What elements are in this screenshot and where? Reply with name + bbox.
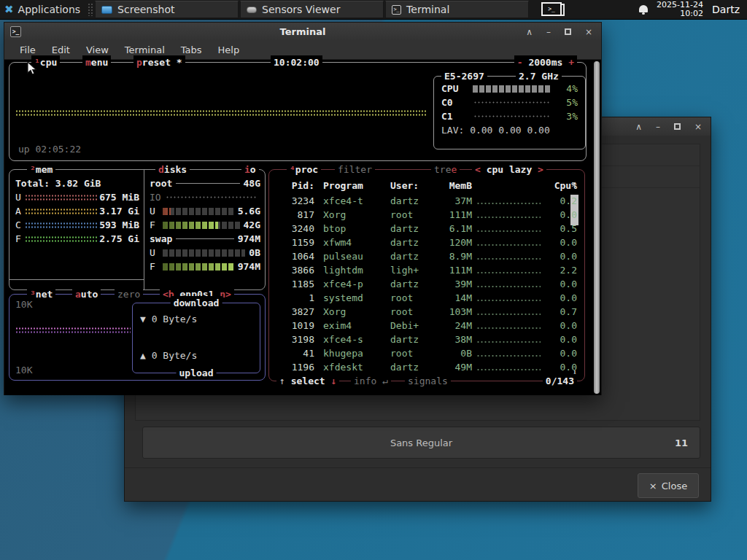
- process-row[interactable]: 3234xfce4-tdartz37M0.2: [269, 194, 584, 208]
- applications-label: Applications: [18, 4, 81, 15]
- mem-used-row: U 675 MiB: [15, 190, 139, 204]
- proc-cpu-graph: [476, 307, 541, 316]
- footer-info[interactable]: info ↵: [351, 374, 391, 388]
- btop-proc-box: ⁴proc filter tree < cpu lazy > Pid: Prog…: [268, 169, 585, 381]
- disk-io-graph: [166, 196, 256, 198]
- uptime-label: up 02:05:22: [18, 144, 81, 155]
- minimize-icon[interactable]: –: [546, 27, 551, 37]
- menu-help[interactable]: Help: [210, 42, 248, 58]
- swap-free-meter: [163, 263, 234, 271]
- net-auto-toggle[interactable]: auto: [72, 287, 101, 301]
- mem-free-row: F 2.75 Gi: [15, 232, 139, 246]
- disks-stats: root 48G IO U 5.6G F 42G: [150, 176, 260, 273]
- process-row[interactable]: 1185xfce4-pdartz39M0.0: [269, 277, 584, 291]
- proc-filter-toggle[interactable]: filter: [335, 163, 375, 176]
- upload-label: upload: [177, 366, 217, 380]
- terminal-titlebar[interactable]: >_ Terminal ∧ – ×: [4, 23, 601, 41]
- process-row[interactable]: 1064pulseaudartz8.9M0.0: [269, 249, 584, 263]
- footer-select[interactable]: ↑ select ↓: [276, 374, 339, 388]
- process-row[interactable]: 1196xfdesktdartz49M0.0: [269, 360, 584, 374]
- top-panel: ✖ Applications Screenshot Sensors Viewer…: [0, 0, 747, 20]
- proc-cpu-graph: [476, 252, 541, 261]
- process-list: 3234xfce4-tdartz37M0.2 817Xorgroot111M0.…: [269, 194, 584, 374]
- font-size: 11: [675, 438, 700, 448]
- process-row[interactable]: 1019exim4Debi+24M0.0: [269, 319, 584, 332]
- menu-hotkey[interactable]: menu: [82, 55, 111, 69]
- taskbar-item-terminal[interactable]: >_ Terminal: [385, 1, 529, 18]
- xfce-logo-icon: ✖: [4, 4, 14, 15]
- shade-icon[interactable]: ∧: [526, 27, 533, 37]
- cpu-usage-meter: [473, 85, 551, 93]
- btop-terminal-screen[interactable]: ¹cpu menu preset * 10:02:00 - 2000ms + u…: [4, 60, 601, 395]
- mem-box-title[interactable]: ²mem: [27, 163, 55, 176]
- panel-handle: [88, 3, 93, 16]
- proc-tree-toggle[interactable]: tree: [431, 163, 460, 176]
- maximize-icon[interactable]: [674, 123, 681, 130]
- disk-root-row: root 48G: [150, 176, 260, 190]
- panel-clock[interactable]: 2025-11-24 10:02: [657, 1, 703, 18]
- preset-hotkey[interactable]: preset *: [133, 55, 185, 69]
- disk-swap-row: swap 974M: [150, 232, 260, 246]
- download-speed: ▼ 0 Byte/s: [140, 314, 197, 324]
- btop-clock: 10:02:00: [271, 55, 322, 69]
- proc-sort-selector[interactable]: < cpu lazy >: [472, 163, 546, 176]
- process-row[interactable]: 3240btopdartz6.1M0.5: [269, 222, 584, 236]
- proc-cpu-graph: [476, 210, 541, 219]
- disks-toggle[interactable]: disks: [155, 163, 190, 176]
- terminal-scrollbar[interactable]: [594, 61, 600, 394]
- mouse-cursor: [26, 61, 38, 76]
- disk-io-row: IO: [150, 190, 260, 204]
- close-icon[interactable]: ×: [585, 27, 592, 37]
- workspace-pager[interactable]: >_: [537, 1, 570, 18]
- process-row[interactable]: 817Xorgroot111M0.0: [269, 208, 584, 222]
- process-row[interactable]: 3198xfce4-sdartz38M0.0: [269, 332, 584, 346]
- mem-cached-row: C 593 MiB: [15, 218, 139, 232]
- mem-disks-divider: [144, 170, 144, 289]
- update-interval-control[interactable]: - 2000ms +: [514, 55, 577, 69]
- mem-free-graph: [25, 236, 98, 242]
- mem-used-graph: [25, 194, 98, 201]
- net-zero-toggle[interactable]: zero: [115, 287, 143, 301]
- download-arrow-icon: ▼: [140, 314, 146, 324]
- cpu-sensor-box: E5-2697 2.7 GHz CPU 4% C0 5% C1: [433, 76, 586, 149]
- font-select-button[interactable]: Sans Regular 11: [142, 427, 700, 459]
- close-icon[interactable]: ×: [694, 122, 702, 132]
- footer-signals[interactable]: signals: [405, 374, 451, 388]
- proc-box-title[interactable]: ⁴proc: [287, 163, 321, 176]
- process-row[interactable]: 3866lightdmligh+111M2.2: [269, 263, 584, 277]
- core0-history-graph: [473, 101, 550, 104]
- maximize-icon[interactable]: [565, 28, 571, 35]
- process-row[interactable]: 1159xfwm4dartz120M0.0: [269, 236, 584, 249]
- proc-cpu-graph: [476, 349, 541, 358]
- disk-swap-used-row: U 0B: [150, 246, 260, 260]
- taskbar-item-screenshot[interactable]: Screenshot: [95, 1, 239, 18]
- header-program[interactable]: Program: [323, 180, 390, 191]
- header-pid[interactable]: Pid:: [279, 180, 314, 191]
- shade-icon[interactable]: ∧: [635, 122, 642, 132]
- process-row[interactable]: 1systemdroot14M0.0: [269, 291, 584, 305]
- download-label: download: [171, 296, 222, 310]
- process-row[interactable]: 3827Xorgroot103M0.7: [269, 305, 584, 319]
- process-row[interactable]: 41khugeparoot0B0.0: [269, 346, 584, 360]
- taskbar-item-sensors-viewer[interactable]: Sensors Viewer: [240, 1, 384, 18]
- sensors-icon: [247, 7, 257, 13]
- taskbar-label: Sensors Viewer: [262, 4, 340, 15]
- font-name: Sans Regular: [143, 438, 700, 448]
- mem-available-row: A 3.17 Gi: [15, 204, 139, 218]
- io-toggle[interactable]: io: [241, 163, 259, 176]
- applications-menu-button[interactable]: ✖ Applications: [0, 0, 86, 19]
- border-fill: [176, 183, 239, 184]
- root-used-meter: [163, 208, 234, 215]
- user-actions-button[interactable]: Dartz: [712, 4, 740, 15]
- scroll-up-icon[interactable]: ↑: [572, 179, 578, 190]
- notification-bell-icon[interactable]: [639, 5, 648, 12]
- header-mem[interactable]: MemB: [438, 180, 472, 191]
- process-count: 0/143: [543, 374, 577, 388]
- header-user[interactable]: User:: [390, 180, 438, 191]
- minimize-icon[interactable]: –: [656, 122, 660, 132]
- border-fill: [176, 238, 233, 239]
- proc-cpu-graph: [476, 362, 541, 372]
- pager-terminal-window-icon: >_: [541, 2, 562, 16]
- process-table-header[interactable]: Pid: Program User: MemB Cpu%: [269, 179, 584, 192]
- close-button[interactable]: × Close: [638, 473, 699, 498]
